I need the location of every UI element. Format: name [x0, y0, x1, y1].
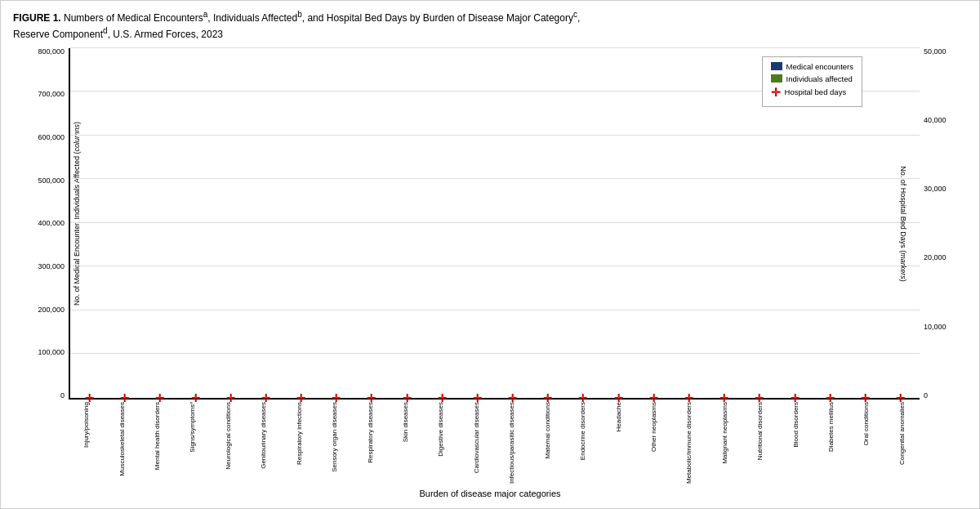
x-label: Blood disorders — [777, 400, 813, 485]
x-label-text: Sensory organ diseases — [331, 402, 338, 472]
y-tick: 500,000 — [38, 177, 65, 185]
x-axis-title: Burden of disease major categories — [13, 485, 967, 500]
x-label: Signs/symptomsᵃ — [175, 400, 210, 485]
y-axis-right: 50,000 40,000 30,000 20,000 10,000 0 No.… — [920, 48, 967, 400]
x-label-text: Musculoskeletal diseases — [118, 402, 126, 476]
hospital-bed-days-marker: ✛ — [614, 392, 623, 403]
x-label: Neurological conditions — [211, 400, 246, 485]
hospital-bed-days-marker: ✛ — [791, 392, 800, 403]
hospital-bed-days-marker: ✛ — [403, 392, 412, 403]
x-label: Nutritional disorders — [742, 400, 777, 485]
x-label: Infectious/parasitic diseases — [494, 400, 529, 485]
y-tick: 100,000 — [38, 349, 65, 356]
x-label: Cardiovascular diseases — [459, 400, 494, 485]
y-tick-right: 20,000 — [924, 254, 947, 261]
x-label: Injury/poisoning — [69, 400, 104, 485]
x-label: Malignant neoplasms — [707, 400, 742, 485]
x-label: Digestive diseases — [423, 400, 458, 485]
hospital-bed-days-marker: ✛ — [438, 392, 447, 403]
x-label-text: Digestive diseases — [437, 402, 444, 457]
x-label: Respiratory infections — [282, 400, 317, 485]
hospital-bed-days-marker: ✛ — [226, 392, 235, 403]
x-label-text: Genitourinary diseases — [260, 402, 267, 469]
y-tick-right: 0 — [924, 392, 928, 400]
x-label-text: Blood disorders — [792, 402, 800, 448]
y-tick: 200,000 — [38, 306, 65, 314]
chart-inner: No. of Medical Encounter, Individuals Af… — [13, 48, 967, 400]
bars-container: ✛✛✛✛✛✛✛✛✛✛✛✛✛✛✛✛✛✛✛✛✛✛✛✛ — [70, 48, 920, 398]
hospital-bed-days-marker: ✛ — [826, 392, 835, 403]
hospital-bed-days-marker: ✛ — [296, 392, 305, 403]
x-label-text: Signs/symptomsᵃ — [189, 402, 196, 453]
x-label-text: Other neoplasms — [650, 402, 657, 452]
hospital-bed-days-marker: ✛ — [155, 392, 164, 403]
x-label-text: Neurological conditions — [225, 402, 232, 470]
x-label: Endocrine disorders — [565, 400, 600, 485]
x-label-text: Metabolic/immune disorders — [685, 402, 693, 484]
hospital-bed-days-marker: ✛ — [120, 392, 129, 403]
x-label: Musculoskeletal diseases — [104, 400, 139, 485]
x-label: Headache — [600, 400, 635, 485]
x-label: Genitourinary diseases — [246, 400, 281, 485]
y-tick-right: 50,000 — [924, 48, 947, 56]
y-axis-right-label: No. of Hospital Bed Days (markers) — [899, 142, 907, 306]
y-tick-right: 10,000 — [924, 324, 947, 331]
hospital-bed-days-marker: ✛ — [755, 392, 764, 403]
hospital-bed-days-marker: ✛ — [191, 392, 200, 403]
x-label-text: Cardiovascular diseases — [473, 402, 480, 473]
x-label-text: Maternal conditions — [544, 402, 551, 458]
hospital-bed-days-marker: ✛ — [85, 392, 94, 403]
x-label-text: Diabetes mellitus — [827, 402, 835, 452]
y-axis-left: No. of Medical Encounter, Individuals Af… — [13, 48, 69, 400]
hospital-bed-days-marker: ✛ — [684, 392, 693, 403]
x-label: Maternal conditions — [529, 400, 564, 485]
x-label-text: Endocrine disorders — [579, 402, 586, 460]
hospital-bed-days-marker: ✛ — [332, 392, 341, 403]
y-tick-right: 40,000 — [924, 117, 947, 124]
y-tick: 0 — [60, 392, 65, 400]
x-label: Metabolic/immune disorders — [671, 400, 706, 485]
y-tick: 800,000 — [38, 48, 65, 56]
figure-title: FIGURE 1. Numbers of Medical Encountersa… — [13, 9, 967, 42]
hospital-bed-days-marker: ✛ — [473, 392, 482, 403]
x-label-text: Headache — [615, 402, 622, 431]
hospital-bed-days-marker: ✛ — [367, 392, 376, 403]
x-label-text: Congenital anomalies — [898, 402, 906, 465]
x-label: Congenital anomalies — [884, 400, 920, 485]
y-tick: 300,000 — [38, 263, 65, 270]
x-label: Sensory organ diseases — [317, 400, 352, 485]
hospital-bed-days-marker: ✛ — [578, 392, 587, 403]
chart-area: No. of Medical Encounter, Individuals Af… — [13, 48, 967, 500]
hospital-bed-days-marker: ✛ — [649, 392, 658, 403]
hospital-bed-days-marker: ✛ — [861, 392, 870, 403]
x-label: Diabetes mellitus — [813, 400, 849, 485]
x-label-text: Nutritional disorders — [756, 402, 764, 460]
x-label-text: Respiratory infections — [296, 402, 303, 465]
x-label: Other neoplasms — [636, 400, 671, 485]
x-label-text: Oral conditions — [862, 402, 870, 445]
hospital-bed-days-marker: ✛ — [508, 392, 517, 403]
figure-container: FIGURE 1. Numbers of Medical Encountersa… — [0, 0, 980, 509]
x-label: Mental health disorders — [140, 400, 175, 485]
x-label-text: Injury/poisoning — [82, 402, 90, 448]
x-labels-row: Injury/poisoningMusculoskeletal diseases… — [13, 400, 967, 485]
hospital-bed-days-marker: ✛ — [261, 392, 270, 403]
x-label: Respiratory diseases — [352, 400, 387, 485]
x-label-text: Mental health disorders — [154, 402, 161, 470]
y-tick-right: 30,000 — [924, 185, 947, 193]
hospital-bed-days-marker: ✛ — [896, 392, 905, 403]
x-label: Skin diseases — [388, 400, 423, 485]
y-tick: 700,000 — [38, 91, 65, 98]
x-label-text: Infectious/parasitic diseases — [508, 402, 515, 484]
plot-area: Medical encounters Individuals affected … — [69, 48, 920, 400]
hospital-bed-days-marker: ✛ — [543, 392, 552, 403]
y-tick: 600,000 — [38, 134, 65, 141]
x-label-text: Respiratory diseases — [367, 402, 374, 463]
hospital-bed-days-marker: ✛ — [719, 392, 728, 403]
x-label: Oral conditions — [849, 400, 884, 485]
y-tick: 400,000 — [38, 220, 65, 227]
x-label-text: Skin diseases — [402, 402, 409, 442]
x-label-text: Malignant neoplasms — [721, 402, 728, 464]
